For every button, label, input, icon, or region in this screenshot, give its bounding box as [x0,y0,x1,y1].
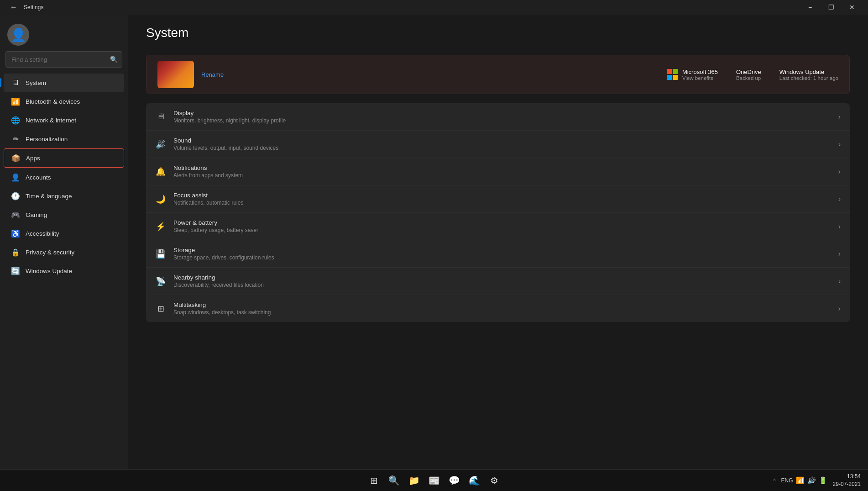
service-name-microsoft365: Microsoft 365 [682,69,718,75]
settings-icon-notifications: 🔔 [155,166,166,177]
settings-list: 🖥 Display Monitors, brightness, night li… [146,103,850,322]
settings-item-multitasking[interactable]: ⊞ Multitasking Snap windows, desktops, t… [146,295,850,322]
ms-logo [667,69,678,80]
nav-label-bluetooth: Bluetooth & devices [26,98,80,105]
battery-icon: 🔋 [819,476,827,485]
sidebar-item-accounts[interactable]: 👤 Accounts [4,168,124,186]
settings-item-sound[interactable]: 🔊 Sound Volume levels, output, input, so… [146,131,850,158]
nav-label-windowsupdate: Windows Update [26,268,72,275]
sidebar-item-bluetooth[interactable]: 📶 Bluetooth & devices [4,92,124,111]
taskbar-icon-search[interactable]: 🔍 [385,472,403,489]
service-sub-microsoft365: View benefits [682,75,718,81]
expand-tray-icon[interactable]: ^ [773,478,775,483]
settings-item-storage[interactable]: 💾 Storage Storage space, drives, configu… [146,240,850,268]
settings-item-nearbysharing[interactable]: 📡 Nearby sharing Discoverability, receiv… [146,268,850,295]
service-sub-onedrive: Backed up [736,75,761,81]
minimize-button[interactable]: − [800,0,821,15]
chevron-icon-nearbysharing: › [838,277,841,285]
service-onedrive: OneDrive Backed up [736,69,761,81]
title-bar-left: ← Settings [7,1,43,14]
settings-sub-storage: Storage space, drives, configuration rul… [173,254,831,261]
main-header: System [128,15,868,55]
settings-sub-focusassist: Notifications, automatic rules [173,200,831,206]
taskbar-icon-teams[interactable]: 💬 [445,472,463,489]
settings-sub-notifications: Alerts from apps and system [173,172,831,179]
settings-icon-nearbysharing: 📡 [155,276,166,287]
sidebar-item-personalization[interactable]: ✏ Personalization [4,130,124,148]
nav-icon-personalization: ✏ [11,134,20,143]
clock-date: 29-07-2021 [833,480,861,488]
nav-label-time: Time & language [26,193,72,200]
title-bar: ← Settings − ❐ ✕ [0,0,868,15]
settings-item-focusassist[interactable]: 🌙 Focus assist Notifications, automatic … [146,185,850,213]
settings-item-notifications[interactable]: 🔔 Notifications Alerts from apps and sys… [146,158,850,185]
sidebar-item-network[interactable]: 🌐 Network & internet [4,111,124,129]
page-title: System [146,26,850,40]
back-button[interactable]: ← [7,1,20,14]
chevron-icon-focusassist: › [838,195,841,203]
sidebar-item-windowsupdate[interactable]: 🔄 Windows Update [4,262,124,280]
sidebar-item-accessibility[interactable]: ♿ Accessibility [4,224,124,243]
settings-title-sound: Sound [173,137,831,144]
title-bar-controls: − ❐ ✕ [800,0,863,15]
settings-title-multitasking: Multitasking [173,301,831,308]
settings-title-nearbysharing: Nearby sharing [173,274,831,281]
taskbar: ⊞🔍📁📰💬🌊⚙ ^ ENG 📶 🔊 🔋 13:54 29-07-2021 [0,469,868,491]
restore-button[interactable]: ❐ [821,0,842,15]
settings-icon-focusassist: 🌙 [155,194,166,205]
nav-label-apps: Apps [26,155,40,162]
settings-title-display: Display [173,110,831,116]
app-title: Settings [24,4,43,11]
clock: 13:54 29-07-2021 [833,473,861,488]
nav-icon-bluetooth: 📶 [11,97,20,106]
sidebar-nav: 🖥 System 📶 Bluetooth & devices 🌐 Network… [0,71,128,473]
settings-title-powerbattery: Power & battery [173,219,831,226]
settings-sub-sound: Volume levels, output, input, sound devi… [173,145,831,151]
nav-label-accessibility: Accessibility [26,230,59,237]
nav-label-privacy: Privacy & security [26,249,74,256]
chevron-icon-notifications: › [838,168,841,176]
nav-icon-accessibility: ♿ [11,229,20,238]
service-sub-windowsupdate: Last checked: 1 hour ago [779,75,838,81]
search-input[interactable] [5,51,122,68]
taskbar-icon-fileexplorer[interactable]: 📁 [405,472,423,489]
clock-time: 13:54 [833,473,861,480]
sidebar-item-time[interactable]: 🕐 Time & language [4,187,124,205]
nav-icon-apps: 📦 [11,153,21,163]
volume-icon: 🔊 [807,476,816,485]
taskbar-icon-start[interactable]: ⊞ [365,472,382,489]
taskbar-icon-edge[interactable]: 🌊 [465,472,483,489]
taskbar-center: ⊞🔍📁📰💬🌊⚙ [365,472,503,489]
tray-icons: ENG 📶 🔊 🔋 [781,476,827,485]
service-windowsupdate: Windows Update Last checked: 1 hour ago [779,69,838,81]
nav-icon-windowsupdate: 🔄 [11,266,20,275]
top-card: Rename Microsoft 365 View benefits OneDr… [146,55,850,94]
taskbar-right: ^ ENG 📶 🔊 🔋 13:54 29-07-2021 [773,473,861,488]
settings-item-display[interactable]: 🖥 Display Monitors, brightness, night li… [146,103,850,131]
nav-label-personalization: Personalization [26,136,68,143]
sidebar-item-system[interactable]: 🖥 System [4,74,124,92]
close-button[interactable]: ✕ [842,0,863,15]
chevron-icon-storage: › [838,250,841,258]
settings-icon-sound: 🔊 [155,139,166,150]
rename-button[interactable]: Rename [201,71,224,78]
settings-sub-multitasking: Snap windows, desktops, task switching [173,309,831,316]
settings-item-powerbattery[interactable]: ⚡ Power & battery Sleep, battery usage, … [146,213,850,240]
nav-icon-time: 🕐 [11,191,20,201]
nav-icon-system: 🖥 [11,78,20,87]
settings-icon-powerbattery: ⚡ [155,221,166,232]
sidebar-item-gaming[interactable]: 🎮 Gaming [4,206,124,224]
settings-icon-multitasking: ⊞ [155,303,166,314]
language-indicator: ENG [781,477,793,484]
taskbar-icon-settings[interactable]: ⚙ [486,472,503,489]
settings-sub-nearbysharing: Discoverability, received files location [173,282,831,288]
device-image [157,61,194,88]
sidebar-item-privacy[interactable]: 🔒 Privacy & security [4,243,124,261]
nav-label-system: System [26,79,46,86]
nav-label-accounts: Accounts [26,174,51,181]
sidebar-item-apps[interactable]: 📦 Apps [4,148,124,168]
nav-label-network: Network & internet [26,117,76,124]
main-window: 👤 🔍 🖥 System 📶 Bluetooth & devices 🌐 Net… [0,15,868,473]
nav-icon-accounts: 👤 [11,173,20,182]
taskbar-icon-widgets[interactable]: 📰 [425,472,443,489]
